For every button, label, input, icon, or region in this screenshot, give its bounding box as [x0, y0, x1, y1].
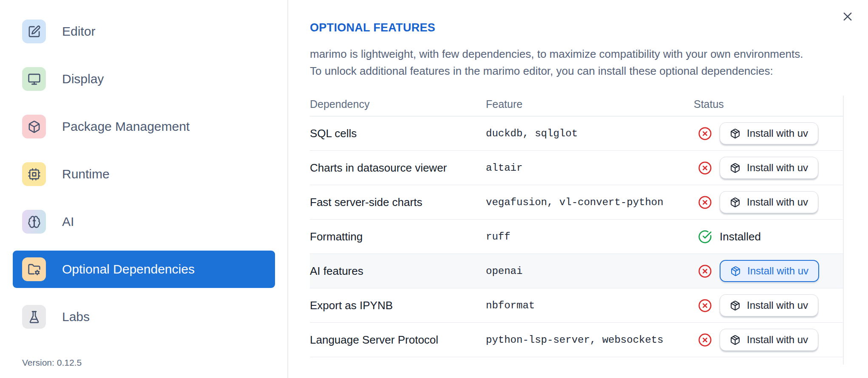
install-with-uv-button[interactable]: Install with uv	[720, 329, 818, 351]
table-row: Charts in datasource viewer altair Insta…	[310, 151, 843, 185]
table-row: AI features openai Install with uv	[310, 254, 843, 288]
dependency-name: SQL cells	[310, 127, 486, 140]
install-button-label: Install with uv	[747, 162, 808, 174]
status-cell: Installed	[694, 230, 843, 244]
status-cell: Install with uv	[694, 191, 843, 213]
feature-packages: openai	[486, 265, 694, 277]
sidebar-item-label: Optional Dependencies	[62, 262, 195, 276]
sidebar-item-optional-dependencies[interactable]: Optional Dependencies	[13, 251, 275, 288]
status-cell: Install with uv	[694, 294, 843, 316]
sidebar-item-package-management[interactable]: Package Management	[13, 108, 275, 145]
description-line-1: marimo is lightweight, with few dependen…	[310, 48, 803, 60]
package-icon	[730, 335, 740, 345]
sidebar-item-label: Labs	[62, 310, 90, 324]
table-row: SQL cells duckdb, sqlglot Install with u…	[310, 116, 843, 151]
app-version: Version: 0.12.5	[22, 358, 82, 368]
install-button-label: Install with uv	[747, 334, 808, 346]
optional-features-panel: OPTIONAL FEATURES marimo is lightweight,…	[289, 0, 868, 378]
dependency-name: AI features	[310, 265, 486, 278]
column-header-dependency: Dependency	[310, 98, 486, 110]
circle-x-icon	[698, 127, 712, 141]
feature-packages: ruff	[486, 231, 694, 243]
install-button-label: Install with uv	[747, 265, 808, 277]
install-with-uv-button[interactable]: Install with uv	[720, 122, 818, 144]
cpu-icon	[22, 162, 46, 186]
circle-x-icon	[698, 264, 712, 278]
sidebar-item-ai[interactable]: AI	[13, 203, 275, 240]
package-icon	[730, 197, 740, 208]
installed-status-label: Installed	[720, 230, 761, 243]
circle-x-icon	[698, 161, 712, 175]
sidebar-item-label: Editor	[62, 24, 95, 39]
folder-cog-icon	[22, 257, 46, 281]
dependencies-table: Dependency Feature Status SQL cells duck…	[310, 92, 843, 357]
scrollbar-track[interactable]	[843, 96, 844, 364]
dependency-name: Formatting	[310, 230, 486, 243]
install-with-uv-button[interactable]: Install with uv	[720, 191, 818, 213]
table-row: Export as IPYNB nbformat Install with uv	[310, 288, 843, 323]
sidebar-item-editor[interactable]: Editor	[13, 13, 275, 50]
status-cell: Install with uv	[694, 157, 843, 179]
description-line-2: To unlock additional features in the mar…	[310, 65, 773, 77]
install-button-label: Install with uv	[747, 127, 808, 139]
column-header-status: Status	[694, 98, 843, 110]
feature-packages: duckdb, sqlglot	[486, 128, 694, 139]
sidebar-item-labs[interactable]: Labs	[13, 298, 275, 336]
column-header-feature: Feature	[486, 98, 694, 110]
dependency-name: Language Server Protocol	[310, 333, 486, 347]
close-icon[interactable]	[840, 9, 855, 25]
flask-icon	[22, 305, 46, 329]
feature-packages: nbformat	[486, 300, 694, 311]
circle-x-icon	[698, 333, 712, 347]
feature-packages: altair	[486, 162, 694, 174]
circle-x-icon	[698, 195, 712, 209]
sidebar-item-label: Runtime	[62, 167, 110, 181]
dependency-name: Charts in datasource viewer	[310, 161, 486, 175]
sidebar-item-label: AI	[62, 214, 74, 229]
install-with-uv-button[interactable]: Install with uv	[720, 294, 818, 316]
sidebar-item-display[interactable]: Display	[13, 60, 275, 98]
sidebar-item-label: Display	[62, 72, 104, 86]
page-title: OPTIONAL FEATURES	[310, 21, 868, 34]
install-with-uv-button[interactable]: Install with uv	[720, 157, 818, 179]
table-row: Language Server Protocol python-lsp-serv…	[310, 323, 843, 357]
package-icon	[730, 128, 740, 139]
table-row: Formatting ruff Installed	[310, 220, 843, 254]
install-button-label: Install with uv	[747, 196, 808, 208]
status-cell: Install with uv	[694, 329, 843, 351]
package-icon	[730, 163, 740, 173]
table-row: Fast server-side charts vegafusion, vl-c…	[310, 185, 843, 220]
feature-packages: python-lsp-server, websockets	[486, 334, 694, 346]
feature-packages: vegafusion, vl-convert-python	[486, 197, 694, 208]
circle-check-icon	[698, 230, 712, 244]
sidebar-item-label: Package Management	[62, 119, 190, 134]
install-with-uv-button[interactable]: Install with uv	[720, 260, 819, 282]
status-cell: Install with uv	[694, 122, 843, 144]
package-icon	[730, 266, 741, 276]
monitor-icon	[22, 67, 46, 91]
dependency-name: Export as IPYNB	[310, 299, 486, 312]
square-pen-icon	[22, 20, 46, 43]
panel-description: marimo is lightweight, with few dependen…	[310, 45, 868, 79]
sidebar-item-runtime[interactable]: Runtime	[13, 155, 275, 193]
brain-icon	[22, 210, 46, 234]
table-header-row: Dependency Feature Status	[310, 92, 843, 116]
package-icon	[22, 115, 46, 138]
dependency-name: Fast server-side charts	[310, 196, 486, 209]
install-button-label: Install with uv	[747, 299, 808, 311]
settings-sidebar: Editor Display Package Management Runtim…	[0, 0, 288, 378]
status-cell: Install with uv	[694, 260, 843, 282]
package-icon	[730, 300, 740, 311]
circle-x-icon	[698, 299, 712, 313]
